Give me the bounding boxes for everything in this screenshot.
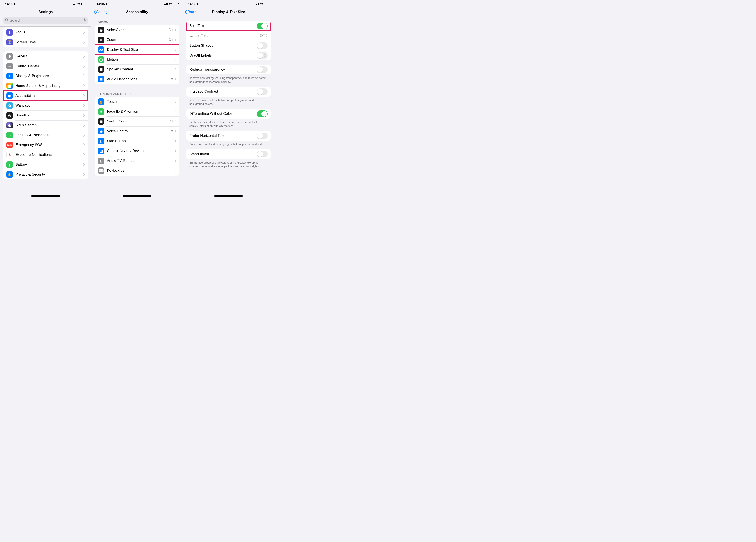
row-value: Off [169,119,173,124]
row-display-text-size[interactable]: AADisplay & Text Size [95,45,179,55]
row-keyboards[interactable]: ⌨Keyboards [95,166,179,176]
row-general[interactable]: ⚙General [3,51,88,61]
toggle-button-shapes[interactable] [257,42,268,49]
row-smart-invert[interactable]: Smart Invert [186,149,271,159]
row-siri-search[interactable]: ◉Siri & Search [3,120,88,130]
row-switch-control[interactable]: ⊞Switch ControlOff [95,117,179,126]
row-differentiate-without-color[interactable]: Differentiate Without Color [186,109,271,119]
voice-icon: ◈ [98,128,104,135]
row-reduce-transparency[interactable]: Reduce Transparency [186,65,271,75]
row-focus[interactable]: ◗Focus [3,27,88,37]
toggle-increase-contrast[interactable] [257,88,268,95]
home-indicator[interactable] [123,196,151,197]
chevron-icon [266,34,268,37]
section-header-vision: VISION [91,17,183,25]
moon-icon: ◗ [6,29,13,36]
nav-bar: Back Display & Text Size [183,7,274,17]
settings-group: Smart Invert [186,149,271,159]
chevron-icon [83,114,85,117]
chevron-icon [83,65,85,68]
grid-icon: ▦ [6,83,13,89]
row-zoom[interactable]: ⊕ZoomOff [95,35,179,45]
row-label: Battery [15,163,83,167]
keyboard-icon: ⌨ [98,167,104,174]
settings-group: Prefer Horizontal Text [186,131,271,141]
search-box[interactable] [3,17,88,24]
row-side-button[interactable]: ▯Side Button [95,136,179,146]
home-indicator[interactable] [31,196,60,197]
gear-icon: ⚙ [6,53,13,60]
row-exposure-notifications[interactable]: ☀Exposure Notifications [3,150,88,160]
switch-icon: ⊞ [98,118,104,125]
toggle-on-off-labels[interactable] [257,52,268,59]
toggle-reduce-transparency[interactable] [257,66,268,73]
wifi-icon [169,2,172,6]
row-label: Control Center [15,64,83,68]
mic-icon[interactable] [84,18,86,23]
row-face-id-attention[interactable]: ☺Face ID & Attention [95,107,179,117]
row-voice-control[interactable]: ◈Voice ControlOff [95,126,179,136]
row-display-brightness[interactable]: ☀Display & Brightness [3,71,88,81]
row-label: Voice Control [107,129,169,133]
row-label: Zoom [107,38,169,42]
chevron-icon [83,55,85,58]
toggle-differentiate-without-color[interactable] [257,111,268,117]
chevron-icon [83,41,85,44]
row-apple-tv-remote[interactable]: ▯Apple TV Remote [95,156,179,166]
voiceover-icon: ◉ [98,27,104,33]
chevron-icon [175,120,176,123]
screen-display-text-size: 14:05 ◗ Back Display & Text Size Bold Te… [183,0,274,198]
row-control-nearby-devices[interactable]: ◫Control Nearby Devices [95,146,179,156]
back-button[interactable]: Settings [93,10,109,14]
settings-group: ◉VoiceOverOff⊕ZoomOffAADisplay & Text Si… [95,25,179,84]
row-label: Display & Brightness [15,74,83,78]
row-emergency-sos[interactable]: SOSEmergency SOS [3,140,88,150]
row-button-shapes[interactable]: Button Shapes [186,41,271,51]
row-privacy-security[interactable]: ✋Privacy & Security [3,170,88,179]
row-label: Face ID & Passcode [15,133,83,137]
row-label: Audio Descriptions [107,77,169,81]
row-larger-text[interactable]: Larger TextOff [186,31,271,41]
row-label: General [15,54,83,58]
back-button[interactable]: Back [185,10,196,14]
remote-icon: ▯ [98,158,104,164]
screen-accessibility: 14:05 ◗ Settings Accessibility VISION◉Vo… [91,0,183,198]
status-bar: 14:05 ◗ [183,0,274,7]
row-face-id-passcode[interactable]: ☺Face ID & Passcode [3,130,88,140]
row-label: Touch [107,100,175,104]
row-touch[interactable]: ☝Touch [95,97,179,107]
group-footer: Improve contrast by reducing transparenc… [183,76,274,87]
row-prefer-horizontal-text[interactable]: Prefer Horizontal Text [186,131,271,141]
home-indicator[interactable] [214,196,243,197]
row-label: Bold Text [189,24,257,28]
toggle-bold-text[interactable] [257,23,268,29]
chevron-icon [175,140,176,143]
chevron-icon [83,134,85,137]
search-input[interactable] [10,18,82,23]
row-motion[interactable]: ◯Motion [95,55,179,64]
toggle-smart-invert[interactable] [257,151,268,157]
row-increase-contrast[interactable]: Increase Contrast [186,87,271,97]
row-accessibility[interactable]: ◉Accessibility [3,91,88,101]
row-on-off-labels[interactable]: On/Off Labels [186,51,271,60]
row-audio-descriptions[interactable]: ⊟Audio DescriptionsOff [95,74,179,84]
settings-group: Bold TextLarger TextOffButton ShapesOn/O… [186,21,271,60]
row-wallpaper[interactable]: ✿Wallpaper [3,101,88,111]
screen-settings: 14:05 ◗ Settings ◗Focus⌛Screen Time⚙Gene… [0,0,91,198]
row-bold-text[interactable]: Bold Text [186,21,271,31]
row-screen-time[interactable]: ⌛Screen Time [3,37,88,47]
chevron-icon [83,124,85,127]
svg-line-1 [7,21,8,22]
spoken-icon: ⊟ [98,66,104,73]
row-battery[interactable]: ▮Battery [3,160,88,170]
row-home-screen-app-library[interactable]: ▦Home Screen & App Library [3,81,88,91]
accessibility-icon: ◉ [6,93,13,99]
row-spoken-content[interactable]: ⊟Spoken Content [95,64,179,74]
row-control-center[interactable]: ⇋Control Center [3,61,88,71]
chevron-icon [175,169,176,172]
row-standby[interactable]: ◷StandBy [3,111,88,120]
row-voiceover[interactable]: ◉VoiceOverOff [95,25,179,35]
toggle-prefer-horizontal-text[interactable] [257,133,268,139]
row-label: Control Nearby Devices [107,149,175,153]
chevron-icon [175,58,176,61]
